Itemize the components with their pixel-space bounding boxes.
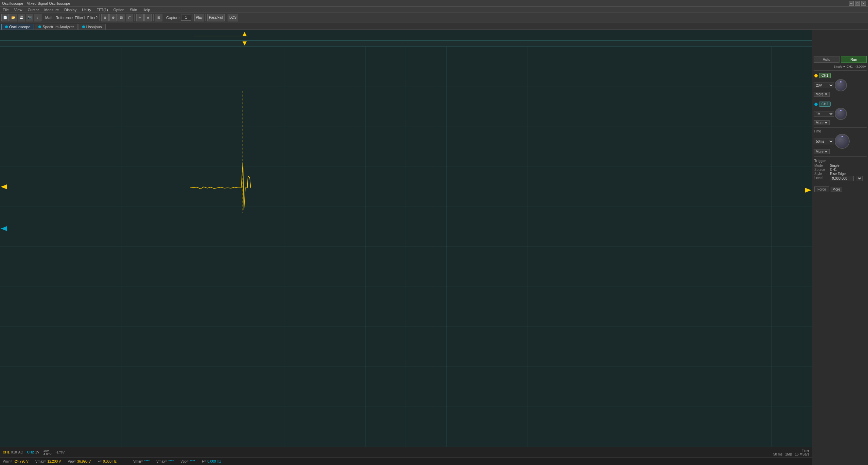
run-button[interactable]: Run <box>841 56 867 63</box>
ch1-left-indicator[interactable] <box>1 184 7 190</box>
menu-fft[interactable]: FFT(1) <box>95 7 109 12</box>
menu-display[interactable]: Display <box>63 7 78 12</box>
ch2-left-indicator[interactable] <box>1 226 7 232</box>
menu-measure[interactable]: Measure <box>43 7 60 12</box>
minimize-button[interactable]: ─ <box>849 1 854 6</box>
ch1-right-indicator[interactable] <box>805 188 811 193</box>
ch2-volt-select[interactable]: 1V 2V 5V 10V 20V <box>814 111 834 117</box>
svg-marker-25 <box>1 226 7 231</box>
ch1-volt-4v: 4.00V <box>43 452 52 456</box>
trigger-style-row: Style Rise Edge <box>814 172 866 176</box>
vmax-display: Vmax= 12.200 V <box>35 460 61 463</box>
ch1-status-label: CH1 <box>3 450 10 454</box>
capture-input[interactable] <box>181 15 191 21</box>
trigger-style-value: Rise Edge <box>830 172 846 176</box>
sep1 <box>43 14 43 21</box>
trigger-mode-row: Mode Single <box>814 164 866 167</box>
ch2-section: CH2 1V 2V 5V 10V 20V More ▼ <box>814 101 867 126</box>
sep2 <box>100 14 100 21</box>
ch1-volt-row: 20V 10V 5V 2V 1V <box>814 79 867 91</box>
toolbar-zoom-in[interactable]: ⊕ <box>101 14 109 21</box>
sep7 <box>206 14 206 21</box>
divider-5 <box>814 184 867 184</box>
time-knob[interactable] <box>835 134 850 149</box>
mini-waveform-svg <box>0 30 812 40</box>
ch1-knob-dot <box>840 81 842 83</box>
trigger-source-value: CH1 <box>830 168 837 172</box>
ch1-volt-20v: 20V <box>43 449 52 452</box>
tabs: Oscilloscope Spectrum Analyzer Lissajous <box>0 22 868 30</box>
ch2-volt-row: 1V 2V 5V 10V 20V <box>814 108 867 120</box>
menu-skin[interactable]: Skin <box>128 7 138 12</box>
trigger-level-unit[interactable]: V mV <box>856 176 863 181</box>
time-status: Time 50 ms 1MB 16 MSa/s <box>773 449 809 456</box>
vmin2-label: Vmin= <box>133 460 143 463</box>
toolbar-open[interactable]: 📂 <box>10 14 17 21</box>
menu-option[interactable]: Option <box>112 7 126 12</box>
scope-area: CH1 X10 AC CH2 1V 20V 4.00V -1.76V Time … <box>0 30 812 465</box>
toolbar-zoom-window[interactable]: ▢ <box>126 14 133 21</box>
tab-lissajous[interactable]: Lissajous <box>78 24 106 30</box>
menu-help[interactable]: Help <box>141 7 152 12</box>
force-row: Force More <box>814 186 867 193</box>
menu-view[interactable]: View <box>13 7 24 12</box>
ch1-active-btn[interactable]: CH1 <box>819 73 831 78</box>
ch2-header: CH2 <box>814 101 867 107</box>
tab-spectrum[interactable]: Spectrum Analyzer <box>35 24 77 30</box>
toolbar-zoom-out[interactable]: ⊖ <box>109 14 117 21</box>
vpp-label: Vpp= <box>68 460 76 463</box>
tab-lissajous-label: Lissajous <box>86 25 102 29</box>
ch2-knob[interactable] <box>835 108 847 120</box>
toolbar-zoom-fit[interactable]: ⊡ <box>118 14 125 21</box>
pass-fail-button[interactable]: Pass/Fail <box>207 14 225 21</box>
sep4 <box>153 14 154 21</box>
ch2-status-1v: 1V <box>35 450 39 454</box>
tab-lissajous-dot <box>82 25 85 28</box>
ch2-active-btn[interactable]: CH2 <box>819 102 831 107</box>
tab-oscilloscope[interactable]: Oscilloscope <box>1 24 34 30</box>
toolbar-snap[interactable]: ⊞ <box>155 14 162 21</box>
time-select[interactable]: 50ms 20ms 10ms 5ms 1ms <box>814 139 834 144</box>
vpp2-label: Vpp= <box>180 460 189 463</box>
toolbar-cur1[interactable]: ⊹ <box>136 14 144 21</box>
vpp-value: 36.990 V <box>77 460 91 463</box>
ch1-volt-status: 20V 4.00V <box>43 449 52 456</box>
menu-file[interactable]: File <box>1 7 10 12</box>
play-button[interactable]: Play <box>194 14 204 21</box>
toolbar-new[interactable]: 📄 <box>1 14 9 21</box>
ch1-more-btn[interactable]: More ▼ <box>814 92 830 97</box>
force-button[interactable]: Force <box>814 186 829 192</box>
ch1-knob[interactable] <box>835 79 847 91</box>
vmax2-label: Vmax= <box>156 460 167 463</box>
ch2-more-btn[interactable]: More ▼ <box>814 120 830 125</box>
dds-button[interactable]: DDS <box>228 14 238 21</box>
vpp2-value: **** <box>190 460 195 463</box>
trigger-mode-label: Mode <box>814 164 828 167</box>
sep8 <box>226 14 226 21</box>
ch1-status: CH1 X10 AC <box>3 450 23 454</box>
toolbar-cur2[interactable]: ◈ <box>144 14 152 21</box>
ch1-volt-select[interactable]: 20V 10V 5V 2V 1V <box>814 83 834 88</box>
measurement-bar: Vmin= -24.790 V Vmax= 12.200 V Vpp= 36.9… <box>0 458 812 465</box>
menu-utility[interactable]: Utility <box>81 7 92 12</box>
close-button[interactable]: ✕ <box>861 1 866 6</box>
menu-cursor[interactable]: Cursor <box>26 7 40 12</box>
freq-value: 0.000 Hz <box>103 460 117 463</box>
auto-button[interactable]: Auto <box>814 56 839 63</box>
divider-4 <box>814 156 867 157</box>
divider-2 <box>814 99 867 99</box>
toolbar-screenshot[interactable]: 📷 <box>26 14 33 21</box>
trigger-more-btn[interactable]: More <box>831 187 843 192</box>
maximize-button[interactable]: □ <box>855 1 860 6</box>
ch2-volt-status: -1.76V <box>56 451 65 454</box>
toolbar-cursor[interactable]: ↕ <box>34 14 41 21</box>
trigger-level-input[interactable] <box>830 176 854 181</box>
capture-label: Capture <box>166 16 179 20</box>
waveform-canvas[interactable] <box>0 47 812 447</box>
time-more-btn[interactable]: More ▼ <box>814 149 830 154</box>
svg-marker-2 <box>243 41 247 46</box>
ch1-section: CH1 20V 10V 5V 2V 1V More ▼ <box>814 72 867 97</box>
toolbar-save[interactable]: 💾 <box>18 14 25 21</box>
vmax-label: Vmax= <box>35 460 46 463</box>
freq2-value: 0.000 Hz <box>207 460 221 463</box>
